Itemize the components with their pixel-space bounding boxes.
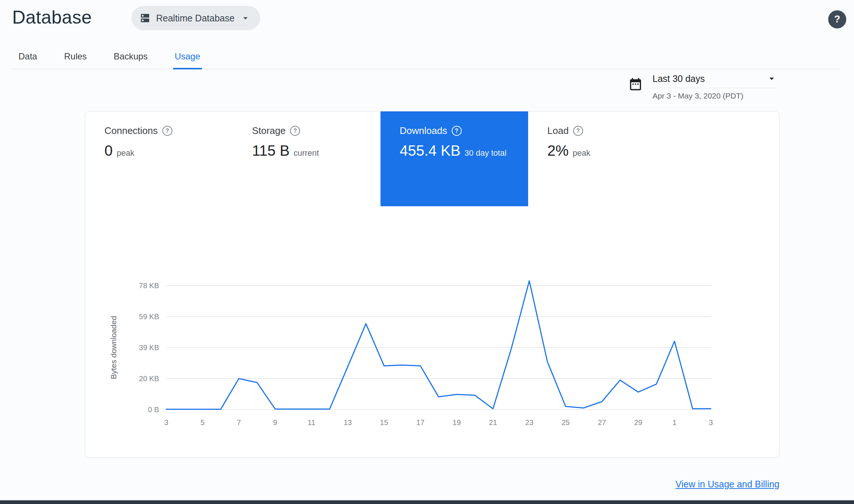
metric-value: 115 B bbox=[252, 142, 290, 159]
metric-value: 2% bbox=[547, 142, 569, 159]
tab-data[interactable]: Data bbox=[17, 51, 39, 69]
usage-card: Connections ? 0 peak Storage ? 115 B cur… bbox=[85, 111, 779, 458]
metric-label: Connections bbox=[104, 125, 158, 137]
metric-tile-load[interactable]: Load ? 2% peak bbox=[528, 111, 676, 206]
help-icon: ? bbox=[834, 14, 840, 25]
svg-text:78 KB: 78 KB bbox=[139, 282, 159, 290]
svg-text:19: 19 bbox=[452, 418, 461, 427]
svg-text:20 KB: 20 KB bbox=[139, 374, 159, 383]
metric-value: 0 bbox=[104, 142, 113, 159]
svg-text:7: 7 bbox=[237, 418, 241, 427]
footer-bar bbox=[0, 500, 854, 504]
help-icon[interactable]: ? bbox=[290, 126, 300, 136]
tab-backups[interactable]: Backups bbox=[112, 51, 149, 69]
metric-tiles: Connections ? 0 peak Storage ? 115 B cur… bbox=[85, 111, 779, 206]
svg-text:11: 11 bbox=[308, 418, 316, 427]
svg-text:27: 27 bbox=[598, 418, 606, 427]
svg-text:17: 17 bbox=[416, 418, 424, 427]
chevron-down-icon bbox=[240, 13, 251, 23]
metric-suffix: peak bbox=[117, 148, 134, 158]
svg-text:25: 25 bbox=[561, 418, 569, 427]
svg-text:13: 13 bbox=[344, 418, 352, 427]
metric-suffix: 30 day total bbox=[465, 148, 507, 158]
database-selector[interactable]: Realtime Database bbox=[131, 6, 260, 30]
svg-text:15: 15 bbox=[380, 418, 388, 427]
calendar-icon bbox=[628, 77, 643, 92]
svg-text:9: 9 bbox=[273, 418, 277, 427]
view-usage-billing-link[interactable]: View in Usage and Billing bbox=[675, 479, 779, 490]
tab-bar: Data Rules Backups Usage bbox=[12, 48, 841, 69]
date-range-detail: Apr 3 - May 3, 2020 (PDT) bbox=[652, 92, 777, 100]
database-selector-label: Realtime Database bbox=[156, 13, 235, 24]
metric-suffix: current bbox=[294, 148, 319, 158]
date-range-selector[interactable]: Last 30 days Apr 3 - May 3, 2020 (PDT) bbox=[628, 73, 777, 100]
page-title: Database bbox=[12, 7, 92, 28]
help-button[interactable]: ? bbox=[828, 10, 846, 28]
svg-text:1: 1 bbox=[672, 418, 676, 427]
metric-tile-downloads[interactable]: Downloads ? 455.4 KB 30 day total bbox=[380, 111, 528, 206]
svg-text:23: 23 bbox=[525, 418, 533, 427]
svg-text:21: 21 bbox=[489, 418, 497, 427]
page: Database Realtime Database ? Data Rules … bbox=[0, 0, 854, 504]
metric-tile-storage[interactable]: Storage ? 115 B current bbox=[233, 111, 380, 206]
chevron-down-icon bbox=[766, 73, 777, 84]
svg-text:0 B: 0 B bbox=[148, 405, 159, 414]
metric-value: 455.4 KB bbox=[400, 142, 461, 159]
svg-text:3: 3 bbox=[164, 418, 168, 427]
help-icon[interactable]: ? bbox=[162, 126, 172, 136]
usage-chart: 78 KB59 KB39 KB20 KB0 B35791113151719212… bbox=[85, 270, 780, 443]
tab-rules[interactable]: Rules bbox=[63, 51, 88, 69]
svg-text:59 KB: 59 KB bbox=[139, 313, 159, 321]
svg-text:39 KB: 39 KB bbox=[139, 344, 159, 352]
svg-text:3: 3 bbox=[709, 418, 713, 427]
svg-text:5: 5 bbox=[200, 418, 204, 427]
help-icon[interactable]: ? bbox=[452, 126, 462, 136]
metric-label: Load bbox=[547, 125, 569, 137]
metric-label: Storage bbox=[252, 125, 286, 137]
metric-suffix: peak bbox=[573, 148, 590, 158]
date-range-label: Last 30 days bbox=[652, 73, 705, 84]
metric-tile-connections[interactable]: Connections ? 0 peak bbox=[85, 111, 233, 206]
svg-text:29: 29 bbox=[634, 418, 642, 427]
metric-label: Downloads bbox=[400, 125, 447, 137]
help-icon[interactable]: ? bbox=[573, 126, 583, 136]
tab-usage[interactable]: Usage bbox=[173, 51, 202, 69]
svg-text:Bytes downloaded: Bytes downloaded bbox=[109, 316, 118, 379]
database-icon bbox=[140, 13, 151, 24]
